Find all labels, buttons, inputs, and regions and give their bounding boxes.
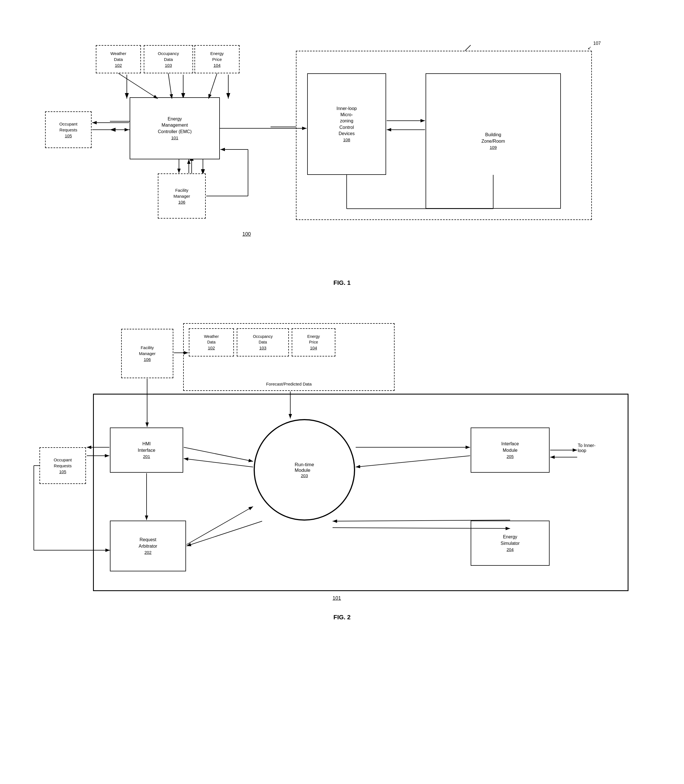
building-zone-ref: 109 (490, 144, 497, 150)
interface-module-label: InterfaceModule (502, 441, 519, 453)
occupant-requests-label-2: OccupantRequests (53, 457, 72, 469)
facility-manager-box-2: FacilityManager 106 (121, 329, 173, 378)
runtime-ref: 203 (301, 473, 308, 478)
energy-price-ref: 104 (213, 62, 220, 68)
energy-simulator-label: EnergySimulator (500, 534, 520, 546)
facility-manager-ref-2: 106 (144, 356, 151, 362)
weather-data-ref-2: 102 (208, 345, 215, 351)
occupant-requests-ref-1: 105 (65, 133, 72, 139)
interface-module-ref: 205 (507, 453, 513, 459)
request-arbitrator-ref: 202 (144, 550, 151, 555)
facility-manager-box-1: FacilityManager 106 (158, 173, 206, 218)
emc-ref: 101 (171, 135, 178, 141)
request-arbitrator-label: RequestArbitrator (139, 537, 157, 550)
occupancy-data-box: OccupancyData 103 (144, 45, 193, 73)
facility-manager-ref-1: 106 (178, 199, 185, 205)
facility-manager-label-1: FacilityManager (173, 187, 190, 199)
occupancy-data-ref-2: 103 (259, 345, 266, 351)
occupancy-data-box-2: OccupancyData 103 (237, 328, 289, 356)
system-ref: 100 (242, 231, 251, 237)
inner-loop-ref: 108 (343, 137, 350, 143)
building-zone-label: BuildingZone/Room (481, 132, 505, 144)
occupant-requests-box-2: OccupantRequests 105 (39, 447, 86, 484)
svg-line-16 (118, 73, 158, 99)
outer-box-arrow: ↙ (587, 45, 591, 50)
runtime-module-box: Run-timeModule 203 (254, 419, 355, 521)
inner-loop-box: Inner-loopMicro-zoningControlDevices 108 (307, 73, 386, 175)
outer-box-ref: 107 (593, 41, 601, 46)
occupant-requests-label-1: OccupantRequests (59, 121, 77, 133)
occupant-requests-box-1: OccupantRequests 105 (45, 112, 92, 148)
facility-manager-label-2: FacilityManager (139, 344, 156, 356)
hmi-box: HMIInterface 201 (110, 428, 183, 473)
energy-price-label: EnergyPrice (210, 50, 224, 62)
fig2-label: FIG. 2 (23, 614, 661, 621)
building-zone-box: BuildingZone/Room 109 (426, 73, 561, 209)
weather-data-label: WeatherData (110, 50, 126, 62)
weather-data-label-2: WeatherData (204, 334, 219, 345)
occupant-requests-ref-2: 105 (59, 469, 66, 475)
to-inner-loop-label: To Inner-loop (578, 443, 595, 453)
runtime-label: Run-timeModule (295, 462, 314, 473)
interface-module-box: InterfaceModule 205 (471, 428, 550, 473)
forecast-label: Forecast/Predicted Data (266, 381, 312, 387)
fig1-label: FIG. 1 (23, 279, 661, 286)
emc-box: EnergyManagementController (EMC) 101 (130, 97, 220, 159)
energy-simulator-ref: 204 (507, 546, 513, 553)
emc-system-ref: 101 (332, 595, 341, 601)
energy-price-label-2: EnergyPrice (307, 334, 319, 345)
emc-label: EnergyManagementController (EMC) (158, 116, 192, 135)
energy-price-box: EnergyPrice 104 (194, 45, 240, 73)
weather-data-ref: 102 (115, 62, 122, 68)
svg-line-18 (208, 73, 217, 99)
occupancy-data-ref: 103 (165, 62, 172, 68)
inner-loop-label: Inner-loopMicro-zoningControlDevices (337, 105, 357, 137)
energy-price-box-2: EnergyPrice 104 (292, 328, 336, 356)
energy-price-ref-2: 104 (310, 345, 317, 351)
hmi-ref: 201 (143, 453, 150, 459)
request-arbitrator-box: RequestArbitrator 202 (110, 521, 186, 571)
weather-data-box: WeatherData 102 (96, 45, 141, 73)
occupancy-data-label: OccupancyData (158, 50, 179, 62)
hmi-label: HMIInterface (138, 441, 155, 453)
svg-line-17 (168, 73, 172, 99)
energy-simulator-box: EnergySimulator 204 (471, 521, 550, 566)
occupancy-data-label-2: OccupancyData (253, 334, 273, 345)
svg-line-13 (465, 45, 471, 51)
weather-data-box-2: WeatherData 102 (189, 328, 234, 356)
